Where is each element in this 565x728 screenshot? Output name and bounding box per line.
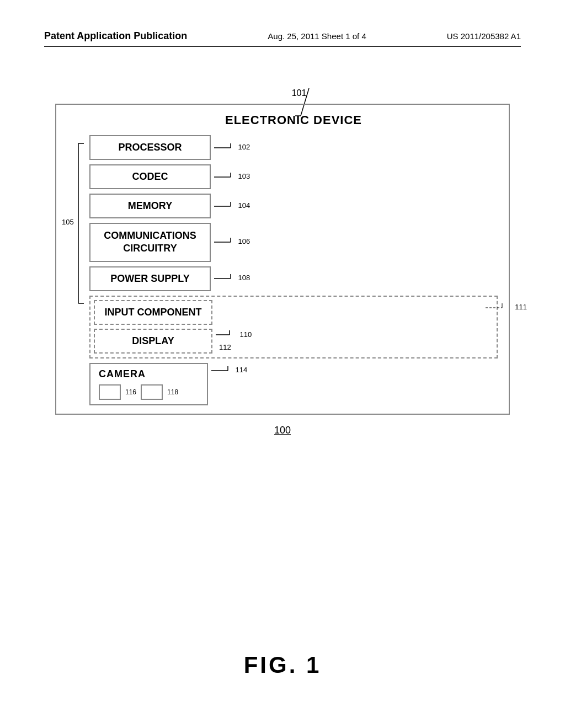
codec-row: CODEC 103 — [89, 164, 498, 189]
ref-112: 112 — [219, 343, 231, 351]
comms-row: COMMUNICATIONSCIRCUITRY 106 — [89, 223, 498, 262]
bracket-105-container: 105 — [62, 138, 84, 309]
memory-row: MEMORY 104 — [89, 194, 498, 218]
ref-110-112: 110 112 — [216, 328, 252, 354]
main-device-box: ELECTRONIC DEVICE 105 PROCESSOR — [55, 104, 510, 415]
comms-box: COMMUNICATIONSCIRCUITRY — [89, 223, 211, 262]
ref-108-line — [214, 273, 236, 284]
input-component-row: INPUT COMPONENT — [94, 300, 493, 325]
ref-106: 106 — [214, 237, 250, 248]
ref-106-line — [214, 237, 236, 248]
display-box: DISPLAY — [94, 329, 212, 354]
ref-110-line — [216, 329, 238, 340]
fig-label: FIG. 1 — [244, 652, 322, 678]
publication-label: Patent Application Publication — [44, 30, 187, 42]
camera-sub-box-2 — [141, 384, 163, 400]
camera-box: CAMERA 116 118 — [89, 363, 208, 405]
ref-103-line — [214, 172, 236, 183]
memory-box: MEMORY — [89, 194, 211, 218]
processor-box: PROCESSOR — [89, 135, 211, 160]
input-component-box: INPUT COMPONENT — [94, 300, 212, 325]
date-sheet: Aug. 25, 2011 Sheet 1 of 4 — [268, 31, 366, 41]
ref-114-line — [211, 365, 233, 376]
patent-number: US 2011/205382 A1 — [447, 31, 521, 41]
codec-box: CODEC — [89, 164, 211, 189]
ref-105: 105 — [62, 218, 74, 226]
processor-row: PROCESSOR 102 — [89, 135, 498, 160]
header: Patent Application Publication Aug. 25, … — [44, 30, 521, 47]
main-title: ELECTRONIC DEVICE — [89, 113, 498, 127]
power-box: POWER SUPPLY — [89, 266, 211, 291]
ref-108: 108 — [214, 273, 250, 284]
patent-page: Patent Application Publication Aug. 25, … — [0, 0, 565, 728]
ref-103: 103 — [214, 172, 250, 183]
input-display-dashed-group: 111 INPUT COMPONENT DISPLAY 110 — [89, 296, 498, 358]
camera-sub-boxes: 116 118 — [99, 384, 199, 400]
ref-104-line — [214, 201, 236, 212]
camera-label: CAMERA — [99, 368, 199, 380]
camera-row: CAMERA 116 118 114 — [89, 363, 498, 405]
power-row: POWER SUPPLY 108 — [89, 266, 498, 291]
ref-102: 102 — [214, 142, 250, 153]
camera-sub-box-1 — [99, 384, 121, 400]
ref-102-line — [214, 142, 236, 153]
ref-104: 104 — [214, 201, 250, 212]
display-row: DISPLAY 110 112 — [94, 328, 493, 354]
fig-number: 100 — [55, 425, 510, 436]
ref-114: 114 — [211, 365, 247, 376]
diagram-area: 101 ELECTRONIC DEVICE — [55, 88, 510, 436]
ref-118: 118 — [167, 388, 178, 396]
ref-116: 116 — [125, 388, 136, 396]
ref-111-line — [486, 302, 513, 313]
ref-111-label: 111 — [486, 302, 527, 313]
